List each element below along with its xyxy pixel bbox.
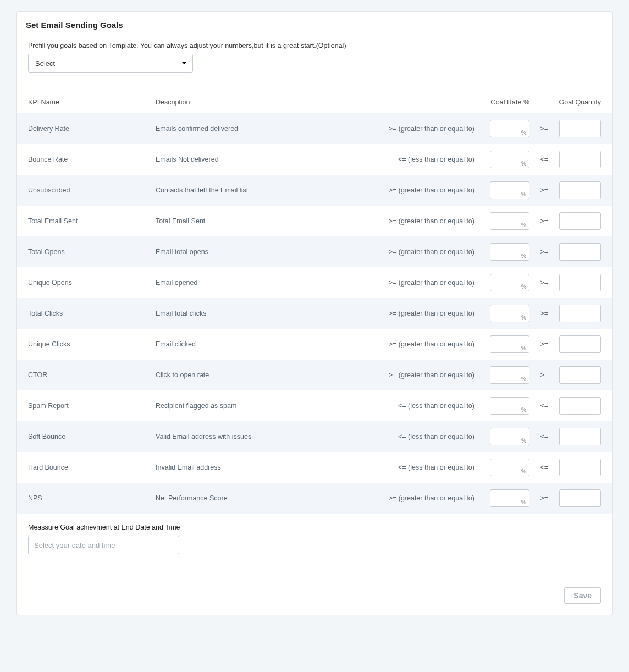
goal-rate-cell: % xyxy=(480,305,529,322)
goal-qty-cell xyxy=(551,151,601,168)
goal-rate-input[interactable] xyxy=(490,459,529,476)
kpi-name: Total Opens xyxy=(28,248,156,256)
table-row: Spam ReportRecipient flagged as spam<= (… xyxy=(17,390,612,421)
template-select-wrap: Select xyxy=(28,54,193,73)
goal-qty-cell xyxy=(551,489,601,507)
kpi-operator-long: >= (greater than or equal to) xyxy=(387,217,480,225)
kpi-operator-long: >= (greater than or equal to) xyxy=(387,279,480,287)
kpi-name: Unique Opens xyxy=(28,279,156,287)
goal-rate-input[interactable] xyxy=(490,397,529,415)
kpi-description: Email opened xyxy=(156,279,387,287)
table-row: Soft BounceValid Email address with issu… xyxy=(17,421,612,452)
kpi-table: KPI Name Description Goal Rate % Goal Qu… xyxy=(17,91,612,514)
kpi-operator-short: >= xyxy=(529,371,551,379)
goal-rate-cell: % xyxy=(480,151,529,168)
goal-qty-input[interactable] xyxy=(559,335,601,353)
goal-qty-cell xyxy=(551,243,601,261)
goal-rate-cell: % xyxy=(480,274,529,291)
kpi-operator-short: <= xyxy=(529,433,551,440)
goal-rate-input[interactable] xyxy=(490,489,529,507)
col-header-kpi-name: KPI Name xyxy=(28,98,156,106)
measure-label: Meassure Goal achievment at End Date and… xyxy=(28,524,601,531)
goal-qty-input[interactable] xyxy=(559,459,601,476)
kpi-operator-long: >= (greater than or equal to) xyxy=(387,310,480,317)
goal-rate-input[interactable] xyxy=(490,428,529,445)
kpi-operator-short: <= xyxy=(529,156,551,163)
goal-rate-input[interactable] xyxy=(490,120,529,137)
kpi-operator-short: <= xyxy=(529,402,551,410)
kpi-operator-short: >= xyxy=(529,248,551,256)
table-row: NPSNet Performance Score>= (greater than… xyxy=(17,483,612,514)
kpi-operator-short: >= xyxy=(529,279,551,287)
kpi-operator-long: >= (greater than or equal to) xyxy=(387,125,480,133)
goal-rate-input[interactable] xyxy=(490,181,529,199)
kpi-description: Email total opens xyxy=(156,248,387,256)
goal-rate-cell: % xyxy=(480,120,529,137)
kpi-description: Recipient flagged as spam xyxy=(156,402,387,410)
goal-qty-input[interactable] xyxy=(559,151,601,168)
save-button[interactable]: Save xyxy=(564,587,601,604)
kpi-operator-short: <= xyxy=(529,464,551,471)
goal-qty-input[interactable] xyxy=(559,274,601,291)
col-header-description: Description xyxy=(156,98,365,106)
kpi-operator-long: >= (greater than or equal to) xyxy=(387,248,480,256)
goal-qty-input[interactable] xyxy=(559,428,601,445)
kpi-operator-long: >= (greater than or equal to) xyxy=(387,340,480,348)
kpi-operator-long: <= (less than or equal to) xyxy=(387,402,480,410)
goal-rate-input[interactable] xyxy=(490,366,529,384)
kpi-operator-long: <= (less than or equal to) xyxy=(387,464,480,471)
measure-date-input[interactable] xyxy=(28,536,179,554)
goal-qty-input[interactable] xyxy=(559,243,601,261)
kpi-operator-short: >= xyxy=(529,217,551,225)
prefill-section: Prefill you goals based on Template. You… xyxy=(17,32,612,78)
kpi-name: CTOR xyxy=(28,371,156,379)
kpi-name: Hard Bounce xyxy=(28,464,156,471)
goal-qty-input[interactable] xyxy=(559,181,601,199)
kpi-description: Emails confirmed delivered xyxy=(156,125,387,133)
kpi-description: Valid Email address with issues xyxy=(156,433,387,440)
goal-rate-input[interactable] xyxy=(490,212,529,230)
goal-rate-cell: % xyxy=(480,397,529,415)
kpi-description: Total Email Sent xyxy=(156,217,387,225)
table-row: Total ClicksEmail total clicks>= (greate… xyxy=(17,298,612,329)
kpi-name: Soft Bounce xyxy=(28,433,156,440)
goal-qty-cell xyxy=(551,335,601,353)
kpi-description: Email total clicks xyxy=(156,310,387,317)
goal-qty-cell xyxy=(551,120,601,137)
goal-qty-cell xyxy=(551,212,601,230)
goal-qty-cell xyxy=(551,428,601,445)
goal-qty-cell xyxy=(551,397,601,415)
goal-rate-cell: % xyxy=(480,243,529,261)
goal-qty-input[interactable] xyxy=(559,305,601,322)
goal-rate-cell: % xyxy=(480,428,529,445)
goal-qty-input[interactable] xyxy=(559,489,601,507)
email-goals-card: Set Email Sending Goals Prefill you goal… xyxy=(16,11,613,615)
kpi-operator-short: >= xyxy=(529,186,551,194)
goal-qty-cell xyxy=(551,181,601,199)
kpi-name: Total Clicks xyxy=(28,310,156,317)
goal-rate-cell: % xyxy=(480,181,529,199)
kpi-operator-long: >= (greater than or equal to) xyxy=(387,186,480,194)
kpi-operator-long: <= (less than or equal to) xyxy=(387,433,480,440)
kpi-table-header: KPI Name Description Goal Rate % Goal Qu… xyxy=(17,91,612,113)
col-header-goal-rate: Goal Rate % xyxy=(365,98,529,106)
goal-qty-input[interactable] xyxy=(559,120,601,137)
goal-rate-input[interactable] xyxy=(490,243,529,261)
goal-rate-input[interactable] xyxy=(490,305,529,322)
table-row: Delivery RateEmails confirmed delivered>… xyxy=(17,113,612,144)
goal-qty-input[interactable] xyxy=(559,366,601,384)
goal-rate-cell: % xyxy=(480,335,529,353)
goal-rate-input[interactable] xyxy=(490,151,529,168)
goal-rate-input[interactable] xyxy=(490,274,529,291)
measure-section: Meassure Goal achievment at End Date and… xyxy=(17,514,612,560)
goal-rate-cell: % xyxy=(480,366,529,384)
goal-rate-input[interactable] xyxy=(490,335,529,353)
kpi-description: Emails Not delivered xyxy=(156,156,387,163)
table-row: Bounce RateEmails Not delivered<= (less … xyxy=(17,144,612,175)
template-select[interactable]: Select xyxy=(28,54,193,73)
goal-rate-cell: % xyxy=(480,459,529,476)
goal-qty-input[interactable] xyxy=(559,397,601,415)
kpi-operator-long: >= (greater than or equal to) xyxy=(387,494,480,502)
goal-qty-input[interactable] xyxy=(559,212,601,230)
col-header-goal-qty: Goal Quantity xyxy=(529,98,601,106)
